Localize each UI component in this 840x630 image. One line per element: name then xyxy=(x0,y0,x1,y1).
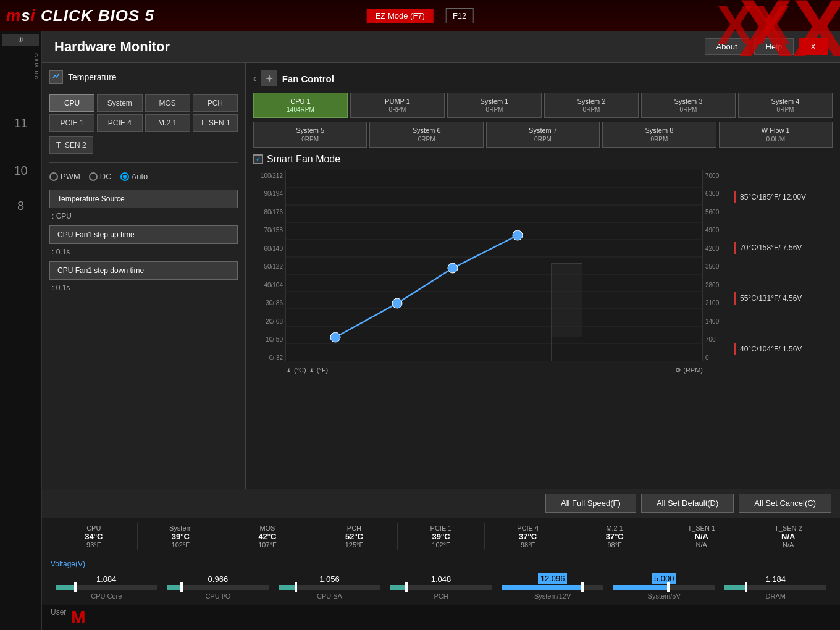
voltage-track-system5v xyxy=(613,585,715,590)
svg-rect-11 xyxy=(552,263,582,337)
temp-tab-tsen2[interactable]: T_SEN 2 xyxy=(49,136,93,154)
voltage-handle-system12v[interactable] xyxy=(581,582,584,592)
smart-fan-label: Smart Fan Mode xyxy=(267,154,340,165)
voltage-handle-cpu-core[interactable] xyxy=(74,582,77,592)
right-panel: ‹ Fan Control CPU 1 1404RPM PUMP 1 0RPM xyxy=(246,63,840,489)
svg-point-16 xyxy=(448,263,458,273)
bg-decoration: XX xyxy=(716,0,791,57)
fan-chart-svg[interactable] xyxy=(285,170,703,361)
temp-tab-pcie1[interactable]: PCIE 1 xyxy=(49,114,94,132)
y-axis-right: 7000 6300 5600 4900 4200 3500 2800 2100 … xyxy=(703,170,728,361)
auto-radio-circle xyxy=(120,172,129,181)
voltage-cpu-core: 1.084 CPU Core xyxy=(51,574,162,600)
fan-system2-btn[interactable]: System 2 0RPM xyxy=(544,93,639,118)
all-set-default-button[interactable]: All Set Default(D) xyxy=(641,494,734,513)
hw-monitor-title: Hardware Monitor xyxy=(54,39,170,55)
voltage-track-dram xyxy=(724,585,826,590)
voltage-handle-cpu-io[interactable] xyxy=(180,582,183,592)
all-set-cancel-button[interactable]: All Set Cancel(C) xyxy=(739,494,831,513)
fan-ctrl-icon xyxy=(261,70,277,86)
temp-reading-mos: MOS 42°C 107°F xyxy=(224,523,311,550)
voltage-cpu-sa: 1.056 CPU SA xyxy=(274,574,385,600)
all-full-speed-button[interactable]: All Full Speed(F) xyxy=(545,494,636,513)
temp-tab-pcie4[interactable]: PCIE 4 xyxy=(97,114,142,132)
fan-control-header: ‹ Fan Control xyxy=(253,70,833,86)
fan-wflow1-btn[interactable]: W Flow 1 0.0L/M xyxy=(719,122,833,147)
msi-logo: msi CLICK BIOS 5 xyxy=(6,6,154,25)
step-up-button[interactable]: CPU Fan1 step up time xyxy=(49,225,238,244)
legend-item-1: 85°C/185°F/ 12.00V xyxy=(734,191,833,203)
voltage-handle-system5v[interactable] xyxy=(667,582,670,592)
fan-system6-btn[interactable]: System 6 0RPM xyxy=(369,122,483,147)
temp-tab-system[interactable]: System xyxy=(97,94,142,112)
voltage-section: Voltage(V) 1.084 CPU Core 0.966 xyxy=(42,555,840,605)
chart-bottom-labels: 🌡 (°C) 🌡 (°F) ⚙ (RPM) xyxy=(285,364,703,377)
temp-reading-tsen1: T_SEN 1 N/A N/A xyxy=(658,523,746,550)
auto-radio[interactable]: Auto xyxy=(120,172,148,181)
voltage-handle-dram[interactable] xyxy=(745,582,747,592)
fan-system1-btn[interactable]: System 1 0RPM xyxy=(447,93,542,118)
legend-item-4: 40°C/104°F/ 1.56V xyxy=(734,343,833,355)
fan-speed-row1: CPU 1 1404RPM PUMP 1 0RPM System 1 0RPM … xyxy=(253,93,833,118)
smart-fan-checkbox[interactable]: ✓ xyxy=(253,154,263,164)
chart-with-yaxis: 100/212 90/194 80/176 70/158 60/140 50/1… xyxy=(253,170,728,377)
voltage-cpu-io: 0.966 CPU I/O xyxy=(162,574,274,600)
user-label: User xyxy=(51,608,66,628)
voltage-bars: 1.084 CPU Core 0.966 xyxy=(51,573,831,600)
temp-tab-cpu[interactable]: CPU xyxy=(49,94,94,112)
dc-radio[interactable]: DC xyxy=(89,172,112,181)
temp-source-button[interactable]: Temperature Source xyxy=(49,190,238,208)
svg-point-15 xyxy=(392,298,402,308)
fan-mode-radio-group: PWM DC Auto xyxy=(49,172,238,181)
sidebar-num-10: 10 xyxy=(2,164,39,178)
temperature-readings-strip: CPU 34°C 93°F System 39°C 102°F MOS 42°C… xyxy=(42,518,840,555)
bottom-action-buttons: All Full Speed(F) All Set Default(D) All… xyxy=(42,489,840,518)
pwm-radio[interactable]: PWM xyxy=(49,172,80,181)
fan-control-label: Fan Control xyxy=(282,74,334,84)
temp-tab-mos[interactable]: MOS xyxy=(145,94,190,112)
fan-system3-btn[interactable]: System 3 0RPM xyxy=(641,93,736,118)
fan-cpu1-btn[interactable]: CPU 1 1404RPM xyxy=(253,93,348,118)
voltage-handle-pch[interactable] xyxy=(405,582,408,592)
hw-content: Temperature CPU System MOS PCH PCIE 1 PC… xyxy=(42,63,840,489)
bottom-username-area: User M xyxy=(42,605,840,630)
temperature-label: Temperature xyxy=(68,72,117,82)
chart-legend: 85°C/185°F/ 12.00V 70°C/158°F/ 7.56V 55°… xyxy=(734,170,833,377)
fan-speed-row2: System 5 0RPM System 6 0RPM System 7 0RP… xyxy=(253,122,833,147)
fan-system4-btn[interactable]: System 4 0RPM xyxy=(738,93,833,118)
voltage-pch: 1.048 PCH xyxy=(385,574,497,600)
fan-pump1-btn[interactable]: PUMP 1 0RPM xyxy=(350,93,445,118)
f12-button[interactable]: F12 xyxy=(446,8,473,23)
temp-tab-m21[interactable]: M.2 1 xyxy=(145,114,190,132)
sidebar-num-11: 11 xyxy=(2,116,39,130)
legend-bar-2 xyxy=(734,242,736,254)
temp-reading-tsen2: T_SEN 2 N/A N/A xyxy=(746,523,832,550)
ez-mode-button[interactable]: EZ Mode (F7) xyxy=(367,9,434,23)
temp-tab-tsen1[interactable]: T_SEN 1 xyxy=(193,114,238,132)
legend-item-2: 70°C/158°F/ 7.56V xyxy=(734,242,833,254)
step-down-button[interactable]: CPU Fan1 step down time xyxy=(49,261,238,280)
close-button[interactable]: X xyxy=(799,38,828,55)
temp-tab-pch[interactable]: PCH xyxy=(193,94,238,112)
step-down-value: : 0.1s xyxy=(49,282,238,297)
voltage-system12v: 12.096 System/12V xyxy=(497,573,608,600)
voltage-fill-system12v xyxy=(502,585,583,590)
smart-fan-header: ✓ Smart Fan Mode xyxy=(253,154,833,165)
temp-reading-pcie4: PCIE 4 37°C 98°F xyxy=(485,523,572,550)
voltage-fill-system5v xyxy=(613,585,670,590)
voltage-handle-cpu-sa[interactable] xyxy=(295,582,297,592)
fan-ctrl-arrow: ‹ xyxy=(253,74,256,83)
temp-source-value: : CPU xyxy=(49,211,238,225)
legend-bar-4 xyxy=(734,343,736,355)
chart-svg-wrapper: 🌡 (°C) 🌡 (°F) ⚙ (RPM) xyxy=(285,170,703,377)
fan-system7-btn[interactable]: System 7 0RPM xyxy=(486,122,600,147)
voltage-fill-cpu-sa xyxy=(279,585,297,590)
fan-system5-btn[interactable]: System 5 0RPM xyxy=(253,122,367,147)
temp-reading-system: System 39°C 102°F xyxy=(138,523,225,550)
temp-icon xyxy=(49,70,63,84)
legend-text-1: 85°C/185°F/ 12.00V xyxy=(740,193,806,201)
temperature-section-header: Temperature xyxy=(49,70,238,88)
top-bar-center: EZ Mode (F7) F12 xyxy=(367,8,474,23)
sidebar-bios-icon[interactable]: ① xyxy=(2,34,39,46)
fan-system8-btn[interactable]: System 8 0RPM xyxy=(602,122,716,147)
